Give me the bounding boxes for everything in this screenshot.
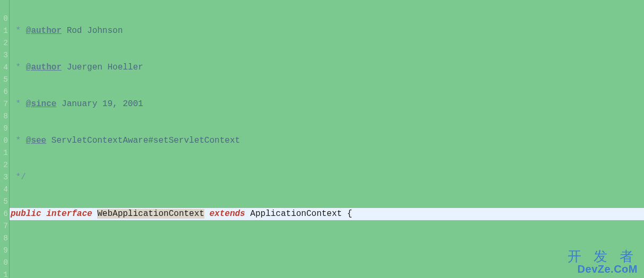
- comment-text: *: [11, 63, 26, 72]
- comment-text: *: [11, 136, 26, 145]
- comment-text: */: [11, 172, 26, 182]
- comment-text: *: [11, 99, 26, 109]
- highlighted-identifier: WebApplicationContext: [97, 209, 204, 219]
- line-number: 6: [0, 208, 8, 220]
- line-number: 7: [0, 98, 8, 110]
- javadoc-text: ServletContextAware#setServletContext: [46, 136, 240, 145]
- code-line[interactable]: [11, 245, 644, 257]
- line-number: 0: [0, 257, 8, 269]
- code-line[interactable]: * @author Rod Johnson: [11, 25, 644, 37]
- code-line[interactable]: * @author Juergen Hoeller: [11, 62, 644, 74]
- comment-text: *: [11, 26, 26, 36]
- line-number: 1: [0, 25, 8, 37]
- identifier: ApplicationContext {: [250, 209, 352, 219]
- line-number: 4: [0, 62, 8, 74]
- space: [92, 209, 98, 219]
- line-number: 2: [0, 159, 8, 171]
- line-number: 3: [0, 49, 8, 62]
- space: [41, 209, 47, 219]
- code-line-current[interactable]: public interface WebApplicationContext e…: [10, 208, 644, 220]
- code-line[interactable]: */: [11, 171, 644, 184]
- line-number: 4: [0, 184, 8, 196]
- line-number: 3: [0, 171, 8, 184]
- line-number: 5: [0, 196, 8, 208]
- line-number: 6: [0, 86, 8, 98]
- line-number: 7: [0, 220, 8, 232]
- javadoc-text: January 19, 2001: [56, 99, 143, 109]
- space: [245, 209, 251, 219]
- line-number: 1: [0, 269, 8, 278]
- code-line[interactable]: * @since January 19, 2001: [11, 98, 644, 110]
- keyword: interface: [46, 209, 92, 219]
- line-number: 0: [0, 13, 8, 25]
- code-line[interactable]: * @see ServletContextAware#setServletCon…: [11, 135, 644, 147]
- javadoc-tag: @author: [26, 26, 62, 36]
- line-number: 1: [0, 147, 8, 159]
- javadoc-tag: @since: [26, 99, 57, 109]
- code-editor[interactable]: 0 1 2 3 4 5 6 7 8 9 0 1 2 3 4 5 6 7 8 9 …: [0, 0, 644, 278]
- line-number: 8: [0, 110, 8, 123]
- line-number: 9: [0, 123, 8, 135]
- javadoc-text: Juergen Hoeller: [62, 63, 143, 72]
- javadoc-text: Rod Johnson: [62, 26, 123, 36]
- line-number: [0, 1, 8, 13]
- javadoc-tag: @author: [26, 63, 62, 72]
- line-number: 5: [0, 74, 8, 86]
- line-number: 9: [0, 245, 8, 257]
- javadoc-tag: @see: [26, 136, 46, 145]
- code-area[interactable]: * @author Rod Johnson * @author Juergen …: [10, 0, 644, 278]
- keyword: public: [11, 209, 41, 219]
- line-number: 0: [0, 135, 8, 147]
- line-number-gutter: 0 1 2 3 4 5 6 7 8 9 0 1 2 3 4 5 6 7 8 9 …: [0, 0, 10, 278]
- keyword: extends: [210, 209, 245, 219]
- line-number: 2: [0, 37, 8, 49]
- space: [204, 209, 210, 219]
- line-number: 8: [0, 232, 8, 245]
